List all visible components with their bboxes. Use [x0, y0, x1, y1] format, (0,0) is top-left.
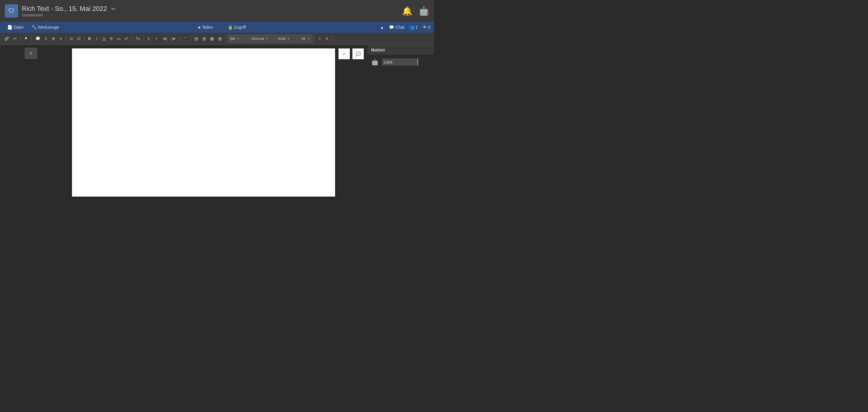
sep6	[144, 35, 144, 42]
menu-bar-right: ▲ 💬 Chat 👥 1 👁 0	[380, 25, 430, 30]
indent-less-button[interactable]: ◄|	[161, 35, 169, 42]
user-avatar-icon[interactable]: 🤖	[418, 6, 429, 16]
sep5	[131, 35, 132, 42]
nutzer-header: Nutzer	[368, 45, 434, 55]
flag-button[interactable]: ⚑	[22, 35, 30, 42]
edit-icon[interactable]: ✏	[111, 6, 116, 12]
style-chevron-icon: ▾	[238, 37, 239, 40]
sep2	[31, 35, 32, 42]
users-count[interactable]: 👥 1	[409, 25, 418, 30]
notification-bell-icon[interactable]: 🔔	[402, 6, 412, 16]
frame-button[interactable]: ⊡	[75, 35, 82, 42]
menu-bar: 📄 Datei 🔧 Werkzeuge ◄ Teilen 🔒 Zugriff ▲…	[0, 22, 434, 33]
menu-werkzeuge[interactable]: 🔧 Werkzeuge	[28, 23, 63, 31]
sep1	[20, 35, 21, 42]
blockquote-button[interactable]: "	[182, 35, 189, 42]
table-button[interactable]: ⊞	[50, 35, 57, 42]
collapse-button[interactable]: ▲	[380, 25, 384, 30]
menu-datei[interactable]: 📄 Datei	[4, 23, 27, 31]
right-area: Nutzer 🤖	[368, 45, 434, 206]
highlight-button[interactable]: A	[323, 35, 330, 42]
italic-button[interactable]: I	[93, 35, 100, 42]
user-name-input[interactable]	[382, 58, 418, 66]
left-sidebar: ≡	[0, 45, 39, 206]
outline-toggle-button[interactable]: ≡	[25, 48, 37, 59]
font-color-button[interactable]: A	[316, 35, 323, 42]
title-text: Rich Text - So., 15. Mai 2022 ✏ Gespeich…	[22, 5, 116, 17]
sep9	[225, 35, 226, 42]
paragraph-style-dropdown[interactable]: Normal ▾	[249, 35, 275, 43]
unordered-list-button[interactable]: •	[153, 35, 160, 42]
user-robot-icon: 🤖	[370, 57, 379, 67]
comment-toolbar-button[interactable]: 💬	[34, 35, 42, 42]
document-area: ⤢ 💬	[39, 45, 368, 206]
link-button[interactable]: 🔗	[2, 35, 11, 42]
sigma-button[interactable]: Σ	[43, 35, 49, 42]
expand-button[interactable]: ⤢	[338, 49, 350, 59]
align-right-button[interactable]: ▦	[208, 35, 216, 42]
justify-button[interactable]: ▧	[216, 35, 223, 42]
paragraph-chevron-icon: ▾	[267, 37, 268, 40]
menu-bar-center: ◄ Teilen 🔒 Zugriff	[192, 23, 250, 31]
font-chevron-icon: ▾	[288, 37, 289, 40]
clear-format-button[interactable]: Tx	[134, 35, 142, 42]
save-status: Gespeichert	[22, 13, 116, 17]
strikethrough-button[interactable]: S	[108, 35, 115, 42]
superscript-button[interactable]: x²	[123, 35, 130, 42]
views-count[interactable]: 👁 0	[423, 25, 430, 30]
undo-button[interactable]: ↩	[11, 35, 19, 42]
user-entry: 🤖	[368, 55, 434, 69]
document-canvas[interactable]	[72, 49, 335, 197]
list-button[interactable]: ≡	[58, 35, 64, 42]
font-dropdown[interactable]: Arial ▾	[276, 35, 298, 43]
chat-button[interactable]: 💬 Chat	[389, 25, 404, 30]
style-dropdown[interactable]: Stil ▾	[227, 35, 249, 43]
document-title: Rich Text - So., 15. Mai 2022 ✏	[22, 5, 116, 13]
align-left-button[interactable]: ▤	[193, 35, 200, 42]
size-chevron-icon: ▾	[308, 37, 309, 40]
omega-button[interactable]: Ω	[68, 35, 75, 42]
menu-bar-left: 📄 Datei 🔧 Werkzeuge	[4, 23, 63, 31]
share-action[interactable]: ◄ Teilen	[192, 23, 217, 31]
sep7	[180, 35, 180, 42]
doc-toolbar-right: ⤢ 💬	[338, 49, 364, 59]
access-action[interactable]: 🔒 Zugriff	[223, 23, 250, 31]
sep8	[190, 35, 191, 42]
ordered-list-button[interactable]: 1.	[146, 35, 153, 42]
bold-button[interactable]: B	[86, 35, 93, 42]
main-area: ≡ ⤢ 💬 Nutzer 🤖	[0, 45, 434, 206]
indent-more-button[interactable]: |►	[170, 35, 178, 42]
title-bar-right: 🔔 🤖	[402, 6, 429, 16]
underline-button[interactable]: U	[101, 35, 107, 42]
title-bar-left: 🛡 Rich Text - So., 15. Mai 2022 ✏ Gespei…	[5, 4, 116, 18]
app-icon: 🛡	[5, 4, 18, 18]
font-size-dropdown[interactable]: 16 ▾	[299, 35, 312, 43]
subscript-button[interactable]: x₂	[115, 35, 123, 42]
formatting-toolbar: 🔗 ↩ ⚑ 💬 Σ ⊞ ≡ Ω ⊡ B I U S x₂ x² Tx 1. • …	[0, 33, 434, 45]
align-center-button[interactable]: ▥	[200, 35, 208, 42]
title-bar: 🛡 Rich Text - So., 15. Mai 2022 ✏ Gespei…	[0, 0, 434, 22]
sep3	[66, 35, 66, 42]
doc-comment-button[interactable]: 💬	[352, 49, 364, 59]
